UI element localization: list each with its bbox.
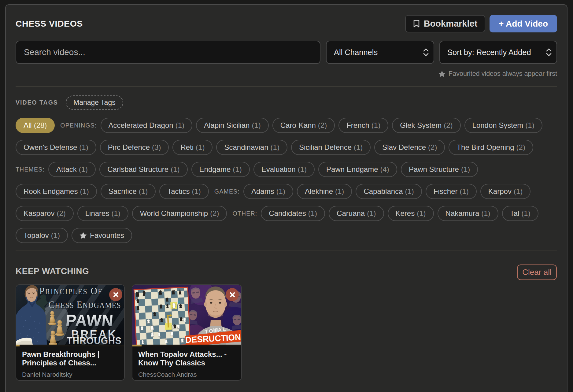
svg-text:CHESS ENDGAMES: CHESS ENDGAMES <box>48 299 121 310</box>
svg-text:!!: !! <box>178 301 180 304</box>
svg-text:PRINCIPLES OF: PRINCIPLES OF <box>39 286 103 296</box>
svg-text:PAWN: PAWN <box>65 311 114 329</box>
svg-text:THROUGHS: THROUGHS <box>67 336 122 345</box>
